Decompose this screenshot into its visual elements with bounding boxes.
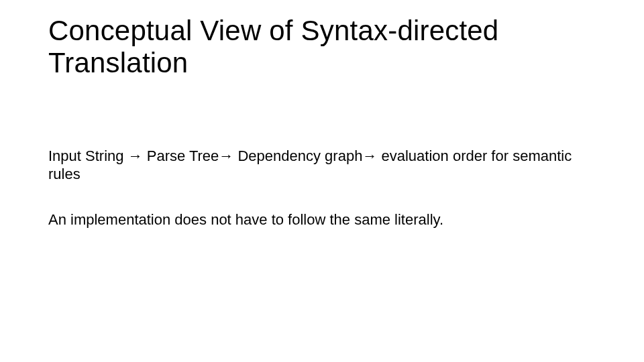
slide: Conceptual View of Syntax-directed Trans…: [0, 0, 644, 362]
body-paragraph-2: An implementation does not have to follo…: [48, 210, 596, 229]
body-paragraph-1: Input String → Parse Tree→ Dependency gr…: [48, 147, 596, 184]
slide-body: Input String → Parse Tree→ Dependency gr…: [48, 147, 596, 229]
slide-title: Conceptual View of Syntax-directed Trans…: [48, 15, 596, 80]
